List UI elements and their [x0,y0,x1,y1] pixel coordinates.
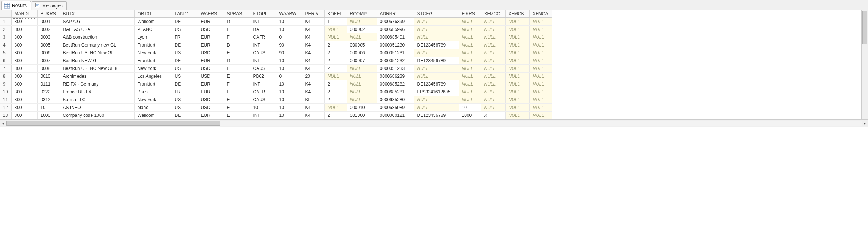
cell-spras[interactable]: F [224,80,250,88]
cell-waabw[interactable]: 10 [276,26,302,33]
row-number-cell[interactable]: 11 [0,96,11,104]
row-number-cell[interactable]: 8 [0,73,11,80]
cell-xfmco[interactable]: X [481,112,505,119]
cell-waers[interactable]: EUR [198,80,224,88]
cell-bukrs[interactable]: 0001 [37,18,60,26]
cell-stceg[interactable]: DE123456789 [414,80,459,88]
cell-stceg[interactable]: DE123456789 [414,57,459,65]
cell-mandt[interactable]: 800 [11,73,37,80]
cell-bukrs[interactable]: 0006 [37,49,60,57]
cell-spras[interactable]: D [224,57,250,65]
horizontal-scrollbar-thumb[interactable] [6,121,220,126]
cell-butxt[interactable]: AS INFO [60,104,134,112]
cell-kokfi[interactable]: 2 [324,112,347,119]
cell-xfmco[interactable]: NULL [481,57,505,65]
cell-waers[interactable]: EUR [198,88,224,96]
cell-xfmco[interactable]: NULL [481,104,505,112]
cell-ort01[interactable]: Walldorf [134,18,172,26]
cell-periv[interactable]: KL [302,96,324,104]
cell-ktopl[interactable]: CAFR [250,33,276,41]
column-header-periv[interactable]: PERIV [302,10,324,18]
cell-land1[interactable]: US [172,73,198,80]
cell-waabw[interactable]: 10 [276,65,302,73]
cell-bukrs[interactable]: 0007 [37,57,60,65]
cell-waabw[interactable]: 90 [276,49,302,57]
cell-adrnr[interactable]: 0000685280 [377,96,414,104]
cell-waabw[interactable]: 0 [276,73,302,80]
cell-bukrs[interactable]: 0002 [37,26,60,33]
column-header-xfmcb[interactable]: XFMCB [505,10,529,18]
cell-periv[interactable]: K4 [302,18,324,26]
cell-ort01[interactable]: plano [134,104,172,112]
cell-butxt[interactable]: RE-FX - Germany [60,80,134,88]
cell-waabw[interactable]: 10 [276,112,302,119]
cell-adrnr[interactable]: 0000051230 [377,41,414,49]
cell-bukrs[interactable]: 0312 [37,96,60,104]
cell-ort01[interactable]: Los Angeles [134,73,172,80]
cell-butxt[interactable]: Karma LLC [60,96,134,104]
cell-adrnr[interactable]: 0000000121 [377,112,414,119]
cell-butxt[interactable]: Archimedes [60,73,134,80]
cell-adrnr[interactable]: 0000051232 [377,57,414,65]
cell-kokfi[interactable]: 2 [324,49,347,57]
cell-ktopl[interactable]: CAUS [250,49,276,57]
cell-waers[interactable]: USD [198,49,224,57]
cell-rcomp[interactable]: NULL [347,96,377,104]
cell-fikrs[interactable]: NULL [459,65,481,73]
cell-rcomp[interactable]: NULL [347,33,377,41]
column-header-mandt[interactable]: MANDT [11,10,37,18]
cell-waers[interactable]: EUR [198,33,224,41]
row-number-header[interactable] [0,10,11,18]
row-number-cell[interactable]: 12 [0,104,11,112]
cell-periv[interactable]: K4 [302,80,324,88]
cell-ktopl[interactable]: 10 [250,104,276,112]
cell-kokfi[interactable]: NULL [324,73,347,80]
cell-ort01[interactable]: Frankfurt [134,80,172,88]
cell-mandt[interactable]: 800 [11,65,37,73]
results-grid-scroll[interactable]: MANDTBUKRSBUTXTORT01LAND1WAERSSPRASKTOPL… [0,10,861,120]
row-number-cell[interactable]: 10 [0,88,11,96]
cell-ktopl[interactable]: INT [250,80,276,88]
cell-waabw[interactable]: 10 [276,88,302,96]
cell-butxt[interactable]: A&B construction [60,33,134,41]
tab-messages[interactable]: Messages [32,1,67,10]
cell-land1[interactable]: US [172,104,198,112]
cell-periv[interactable]: K4 [302,104,324,112]
cell-xfmcb[interactable]: NULL [505,96,529,104]
cell-rcomp[interactable]: NULL [347,88,377,96]
cell-spras[interactable]: E [224,26,250,33]
cell-waabw[interactable]: 10 [276,18,302,26]
cell-kokfi[interactable]: 1 [324,18,347,26]
cell-rcomp[interactable]: 000007 [347,57,377,65]
cell-kokfi[interactable]: 2 [324,80,347,88]
cell-xfmco[interactable]: NULL [481,88,505,96]
cell-land1[interactable]: DE [172,80,198,88]
cell-ort01[interactable]: Frankfurt [134,41,172,49]
cell-xfmca[interactable]: NULL [529,96,552,104]
cell-ktopl[interactable]: CAUS [250,65,276,73]
cell-bukrs[interactable]: 0008 [37,65,60,73]
cell-adrnr[interactable]: 0000051231 [377,49,414,57]
row-number-cell[interactable]: 13 [0,112,11,119]
row-number-cell[interactable]: 6 [0,57,11,65]
cell-butxt[interactable]: Company code 1000 [60,112,134,119]
cell-butxt[interactable]: BestRun NEW GL [60,57,134,65]
cell-waabw[interactable]: 0 [276,33,302,41]
cell-xfmcb[interactable]: NULL [505,49,529,57]
cell-kokfi[interactable]: 2 [324,57,347,65]
cell-xfmcb[interactable]: NULL [505,33,529,41]
cell-waers[interactable]: USD [198,26,224,33]
cell-stceg[interactable]: NULL [414,65,459,73]
cell-periv[interactable]: K4 [302,88,324,96]
cell-stceg[interactable]: NULL [414,18,459,26]
cell-xfmca[interactable]: NULL [529,18,552,26]
cell-spras[interactable]: E [224,104,250,112]
cell-xfmco[interactable]: NULL [481,65,505,73]
cell-xfmca[interactable]: NULL [529,41,552,49]
cell-waers[interactable]: EUR [198,57,224,65]
column-header-xfmco[interactable]: XFMCO [481,10,505,18]
cell-adrnr[interactable]: 0000685989 [377,104,414,112]
cell-mandt[interactable]: 800 [11,96,37,104]
cell-kokfi[interactable]: 2 [324,65,347,73]
cell-rcomp[interactable]: NULL [347,80,377,88]
